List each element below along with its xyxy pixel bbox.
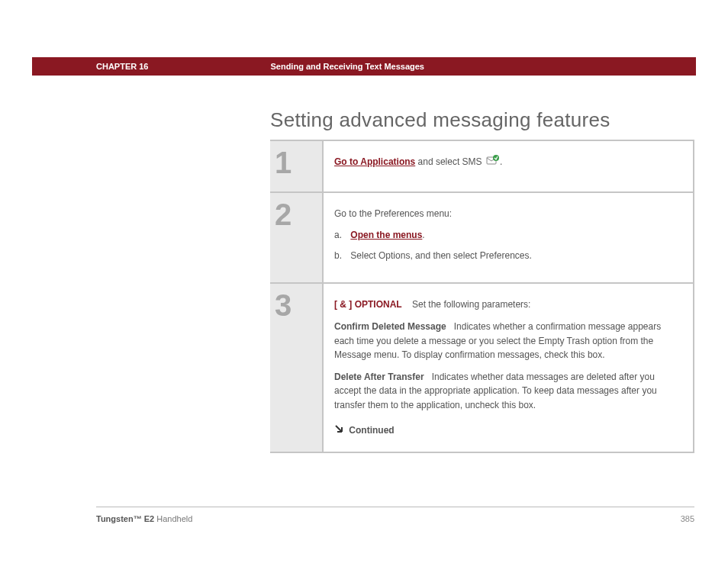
parameter: Confirm Deleted Message Indicates whethe… — [334, 320, 682, 362]
step-row: 3 [ & ] OPTIONAL Set the following param… — [270, 284, 693, 451]
continued-label: Continued — [349, 425, 394, 436]
arrow-down-right-icon — [334, 423, 343, 438]
sms-icon — [486, 155, 500, 170]
footer-rule — [96, 507, 694, 507]
step-intro: Go to the Preferences menu: — [334, 207, 682, 221]
chapter-title[interactable]: Sending and Receiving Text Messages — [270, 62, 424, 71]
optional-line: [ & ] OPTIONAL Set the following paramet… — [334, 298, 682, 312]
step-number-cell: 1 — [270, 141, 324, 191]
step-row: 2 Go to the Preferences menu: a. Open th… — [270, 193, 693, 285]
sub-step-a: a. Open the menus. — [334, 228, 682, 243]
step-text-part: and select SMS — [415, 156, 485, 167]
product-name-rest: Handheld — [154, 514, 192, 523]
continued-indicator: Continued — [334, 423, 682, 438]
step-content: [ & ] OPTIONAL Set the following paramet… — [324, 284, 693, 451]
chapter-header-bar: CHAPTER 16 Sending and Receiving Text Me… — [32, 57, 696, 76]
step-number: 1 — [275, 147, 314, 178]
sub-step-b: b. Select Options, and then select Prefe… — [334, 249, 682, 263]
open-the-menus-link[interactable]: Open the menus — [350, 230, 422, 240]
step-text-period: . — [500, 156, 502, 167]
step-content: Go to the Preferences menu: a. Open the … — [324, 193, 693, 283]
step-number-cell: 2 — [270, 193, 324, 283]
steps-container: 1 Go to Applications and select SMS . 2 … — [270, 140, 694, 453]
sub-step-text: Select Options, and then select Preferen… — [350, 250, 531, 261]
sub-step-letter: b. — [334, 249, 348, 263]
optional-text: Set the following parameters: — [412, 299, 530, 310]
sub-step-letter: a. — [334, 228, 348, 243]
page-number: 385 — [681, 514, 694, 523]
product-name-bold: Tungsten™ E2 — [96, 514, 154, 523]
parameter: Delete After Transfer Indicates whether … — [334, 370, 682, 413]
chapter-label: CHAPTER 16 — [96, 62, 148, 71]
product-name: Tungsten™ E2 Handheld — [96, 514, 192, 523]
sub-step-list: a. Open the menus. b. Select Options, an… — [334, 228, 682, 262]
step-content: Go to Applications and select SMS . — [324, 141, 693, 191]
page-title: Setting advanced messaging features — [270, 108, 610, 132]
step-row: 1 Go to Applications and select SMS . — [270, 141, 693, 193]
page-footer: Tungsten™ E2 Handheld 385 — [96, 514, 694, 523]
step-number: 3 — [275, 290, 314, 320]
step-number-cell: 3 — [270, 284, 324, 451]
go-to-applications-link[interactable]: Go to Applications — [334, 156, 415, 167]
sub-step-after: . — [422, 230, 424, 240]
optional-label: [ & ] OPTIONAL — [334, 299, 402, 310]
param-label: Confirm Deleted Message — [334, 321, 446, 332]
step-number: 2 — [275, 199, 314, 230]
step-text: Go to Applications and select SMS . — [334, 155, 682, 170]
param-label: Delete After Transfer — [334, 372, 424, 382]
